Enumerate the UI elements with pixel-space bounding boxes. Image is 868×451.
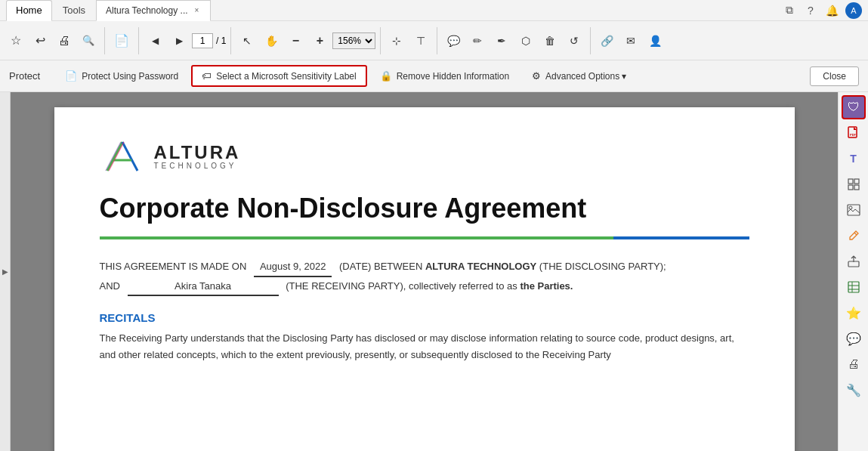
- help-icon[interactable]: ?: [803, 3, 818, 18]
- sep6: [590, 27, 591, 54]
- disclosing-party: ALTURA TECHNOLOGY: [425, 261, 536, 272]
- altura-logo-icon: [100, 137, 145, 174]
- company-sub: TECHNOLOGY: [154, 162, 241, 170]
- new-doc-btn[interactable]: 📄: [110, 24, 134, 57]
- svg-rect-10: [854, 185, 859, 190]
- svg-rect-9: [848, 185, 853, 190]
- back-btn[interactable]: ↩: [29, 24, 51, 57]
- parties-label: the Parties.: [520, 280, 573, 292]
- date-suffix: (DATE) BETWEEN: [339, 261, 422, 272]
- zoom-cursor-btn[interactable]: 🔍: [77, 24, 100, 57]
- delete-btn[interactable]: 🗑: [539, 24, 561, 57]
- disclosing-suffix: (THE DISCLOSING PARTY);: [539, 261, 666, 272]
- menu-bar: Home Tools Altura Technology ... × ⧉ ? 🔔…: [0, 0, 868, 21]
- recitals-title: RECITALS: [100, 311, 749, 324]
- sidebar-export-icon[interactable]: [842, 249, 866, 273]
- crop-btn[interactable]: ⊹: [385, 24, 408, 57]
- sidebar-image-icon[interactable]: [842, 198, 866, 222]
- svg-line-13: [854, 233, 857, 235]
- sidebar-comment-icon[interactable]: 💬: [842, 326, 866, 351]
- receiving-name: Akira Tanaka: [128, 277, 279, 296]
- advanced-options-btn[interactable]: ⚙ Advanced Options ▾: [522, 66, 636, 86]
- logo-text-area: ALTURA TECHNOLOGY: [154, 142, 241, 170]
- zoom-in-btn[interactable]: +: [308, 24, 331, 57]
- pan-tool-btn[interactable]: ✋: [260, 24, 283, 57]
- sidebar-edit-icon[interactable]: [842, 224, 866, 248]
- left-panel-toggle[interactable]: ▶: [0, 92, 11, 451]
- draw-btn[interactable]: ✏: [466, 24, 489, 57]
- svg-line-1: [122, 142, 137, 171]
- advanced-icon: ⚙: [532, 70, 541, 82]
- stamp-btn[interactable]: ⬡: [514, 24, 537, 57]
- page-input[interactable]: [192, 33, 213, 48]
- svg-text:PDF: PDF: [850, 133, 857, 137]
- mail-btn[interactable]: ✉: [619, 24, 642, 57]
- bookmark-btn[interactable]: ☆: [5, 24, 27, 57]
- zoom-select[interactable]: 156%100%75%50%: [332, 32, 375, 49]
- date-field: August 9, 2022: [254, 258, 332, 276]
- page-nav: / 1: [192, 33, 226, 48]
- sidebar-table-icon[interactable]: [842, 275, 866, 299]
- color-bar-blue: [613, 236, 749, 239]
- svg-rect-15: [848, 282, 859, 292]
- menu-tab-tools[interactable]: Tools: [54, 0, 94, 21]
- comment-btn[interactable]: 💬: [442, 24, 465, 57]
- screen-icon[interactable]: ⧉: [782, 3, 797, 18]
- account-btn[interactable]: 👤: [644, 24, 666, 57]
- menu-tab-home[interactable]: Home: [6, 0, 52, 21]
- svg-rect-14: [848, 261, 859, 267]
- protect-label: Protect: [9, 70, 40, 82]
- undo-btn[interactable]: ↺: [563, 24, 585, 57]
- zoom-out-btn[interactable]: −: [284, 24, 307, 57]
- toolbar: ☆ ↩ 🖨 🔍 📄 ◀ ▶ / 1 ↖ ✋ − + 156%100%75%50%…: [0, 21, 868, 60]
- sensitivity-label-text: Select a Microsoft Sensitivity Label: [216, 71, 356, 82]
- doc-tab-label: Altura Technology ...: [106, 5, 188, 16]
- sep3: [230, 27, 231, 54]
- close-button[interactable]: Close: [810, 66, 859, 86]
- doc-tab-close[interactable]: ×: [193, 5, 202, 15]
- svg-rect-8: [854, 179, 859, 184]
- sensitivity-label-btn[interactable]: 🏷 Select a Microsoft Sensitivity Label: [191, 65, 366, 87]
- sidebar-star-icon[interactable]: ⭐: [842, 301, 866, 325]
- remove-hidden-icon: 🔒: [380, 70, 392, 82]
- sep4: [380, 27, 381, 54]
- color-bar-green: [100, 236, 613, 239]
- protect-password-label: Protect Using Password: [82, 71, 178, 82]
- logo-area: ALTURA TECHNOLOGY: [100, 137, 749, 174]
- protect-bar-right: Close: [810, 66, 859, 86]
- protect-bar: Protect 📄 Protect Using Password 🏷 Selec…: [0, 60, 868, 92]
- sign-btn[interactable]: ✒: [490, 24, 513, 57]
- protect-password-icon: 📄: [65, 70, 77, 82]
- bell-icon[interactable]: 🔔: [824, 3, 839, 18]
- chevron-right-icon: ▶: [2, 267, 8, 276]
- remove-hidden-btn[interactable]: 🔒 Remove Hidden Information: [370, 66, 519, 86]
- doc-area: ALTURA TECHNOLOGY Corporate Non-Disclosu…: [11, 92, 838, 451]
- protect-password-btn[interactable]: 📄 Protect Using Password: [55, 66, 188, 86]
- doc-tab[interactable]: Altura Technology ... ×: [96, 0, 211, 21]
- svg-line-4: [109, 142, 124, 171]
- svg-rect-7: [848, 179, 853, 184]
- user-avatar[interactable]: A: [845, 2, 862, 19]
- color-bar: [100, 236, 749, 239]
- sep1: [104, 27, 105, 54]
- print-btn[interactable]: 🖨: [53, 24, 76, 57]
- sidebar-shield-icon[interactable]: 🛡: [842, 95, 866, 119]
- and-label: AND: [100, 280, 120, 292]
- recitals-text: The Receiving Party understands that the…: [100, 330, 749, 363]
- svg-line-3: [106, 142, 121, 171]
- select-tool-btn[interactable]: ↖: [236, 24, 258, 57]
- sidebar-tools-icon[interactable]: 🔧: [842, 378, 866, 402]
- sidebar-print-icon[interactable]: 🖨: [842, 352, 866, 376]
- company-name: ALTURA: [154, 142, 241, 163]
- sidebar-teams-icon[interactable]: T: [842, 147, 866, 171]
- sidebar-pdf-icon[interactable]: PDF: [842, 121, 866, 145]
- touchup-btn[interactable]: ⊤: [409, 24, 432, 57]
- link-btn[interactable]: 🔗: [595, 24, 618, 57]
- tools-label: Tools: [63, 5, 85, 16]
- receiving-suffix: (THE RECEIVING PARTY), collectively refe…: [286, 280, 517, 292]
- sidebar-layout-icon[interactable]: [842, 172, 866, 196]
- next-page-btn[interactable]: ▶: [168, 24, 190, 57]
- home-label: Home: [16, 5, 42, 16]
- svg-line-0: [107, 142, 122, 171]
- prev-page-btn[interactable]: ◀: [144, 24, 166, 57]
